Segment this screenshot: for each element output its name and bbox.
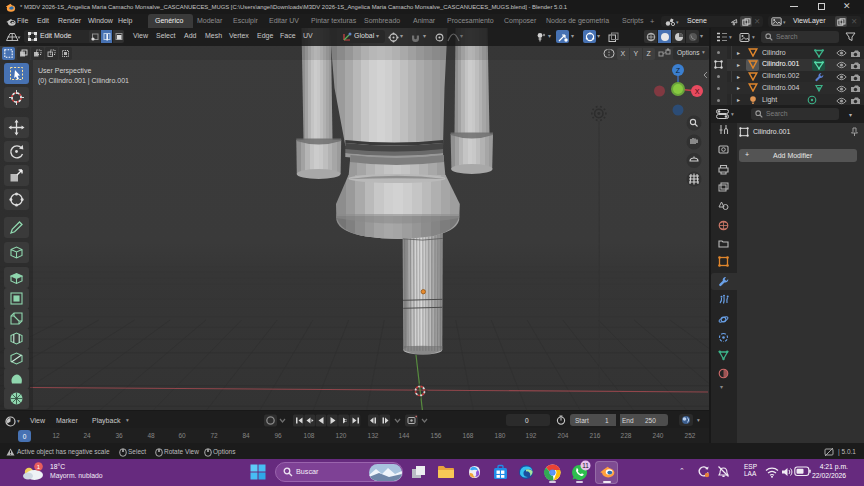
svg-text:11: 11 (582, 462, 589, 469)
svg-text:X: X (695, 88, 700, 95)
svg-text:Z: Z (676, 67, 681, 74)
